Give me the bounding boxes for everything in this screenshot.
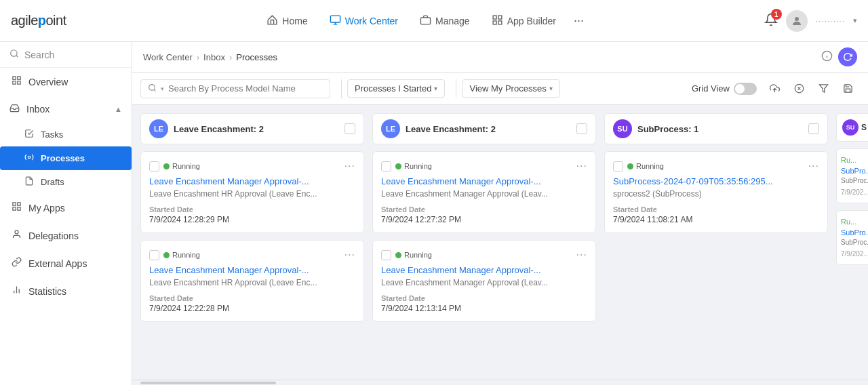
save-button[interactable]	[837, 78, 859, 100]
card-title-2-2[interactable]: Leave Encashment Manager Approval-...	[381, 265, 587, 275]
svg-point-32	[627, 163, 633, 169]
user-avatar[interactable]	[786, 10, 808, 32]
sidebar-item-overview[interactable]: Overview	[0, 68, 132, 96]
upload-button[interactable]	[764, 78, 785, 100]
card-date-value-2-1: 7/9/2024 12:27:32 PM	[381, 215, 587, 224]
user-menu-chevron[interactable]: ▾	[853, 16, 857, 25]
card-title-4-1[interactable]: SubPro...	[841, 167, 868, 175]
process-column-3: SU SubProcess: 1 Running ···	[604, 113, 828, 371]
card-more-1-2[interactable]: ···	[344, 249, 355, 261]
nav-home-label: Home	[282, 16, 307, 26]
card-title-1-2[interactable]: Leave Encashment Manager Approval-...	[149, 265, 355, 275]
card-date-label-2-2: Started Date	[381, 294, 587, 302]
toolbar: ▾ Processes I Started ▾ View My Processe…	[132, 73, 868, 105]
card-date-4-1: 7/9/202...	[841, 188, 868, 196]
card-status-2-1: Running	[395, 162, 432, 170]
divider-1	[341, 79, 342, 98]
nav-workcenter[interactable]: Work Center	[320, 10, 408, 32]
card-date-value-1-2: 7/9/2024 12:22:28 PM	[149, 304, 355, 313]
group-checkbox-3[interactable]	[808, 123, 819, 134]
process-card-4-1: Ru... SubPro... SubProc... 7/9/202...	[836, 148, 868, 203]
info-icon[interactable]	[821, 50, 833, 64]
card-date-value-3-1: 7/9/2024 11:08:21 AM	[613, 215, 819, 224]
card-title-1-1[interactable]: Leave Encashment Manager Approval-...	[149, 176, 355, 186]
card-more-2-2[interactable]: ···	[576, 249, 587, 261]
process-search-box[interactable]: ▾	[140, 79, 330, 98]
sidebar-item-inbox[interactable]: Inbox ▲	[0, 96, 132, 123]
sidebar-item-processes[interactable]: Processes	[0, 146, 132, 170]
group-checkbox-1[interactable]	[344, 123, 355, 134]
svg-point-28	[163, 163, 170, 169]
top-navigation: agilepoint Home Work Center Manage App	[0, 0, 868, 42]
card-checkbox-3-1[interactable]	[613, 161, 623, 171]
nav-manage[interactable]: Manage	[410, 10, 479, 32]
clear-button[interactable]	[788, 78, 810, 100]
breadcrumb-workcenter[interactable]: Work Center	[143, 52, 193, 62]
filter-button[interactable]	[812, 78, 834, 100]
sidebar-item-drafts[interactable]: Drafts	[0, 170, 132, 194]
card-date-value-2-2: 7/9/2024 12:13:14 PM	[381, 304, 587, 313]
view-my-processes-caret: ▾	[549, 85, 553, 92]
view-my-processes-filter[interactable]: View My Processes ▾	[462, 79, 559, 98]
group-header-2: LE Leave Encashment: 2	[372, 113, 596, 144]
card-sub-3-1: sprocess2 (SubProcess)	[613, 189, 819, 199]
card-more-1-1[interactable]: ···	[344, 160, 355, 172]
nav-appbuilder[interactable]: App Builder	[482, 10, 566, 32]
card-checkbox-1-1[interactable]	[149, 161, 159, 171]
svg-rect-2	[493, 16, 496, 19]
scrollbar-thumb[interactable]	[140, 382, 276, 384]
sidebar-item-myapps[interactable]: My Apps	[0, 194, 132, 222]
nav-home[interactable]: Home	[257, 10, 317, 32]
card-status-1-2: Running	[163, 251, 200, 259]
group-badge-3: SU	[613, 119, 632, 138]
view-my-processes-label: View My Processes	[469, 83, 546, 94]
svg-point-30	[395, 163, 401, 169]
card-checkbox-1-2[interactable]	[149, 250, 159, 260]
scrollbar-area[interactable]	[132, 380, 868, 385]
sidebar-item-tasks[interactable]: Tasks	[0, 123, 132, 146]
breadcrumb-inbox[interactable]: Inbox	[203, 52, 225, 62]
group-checkbox-2[interactable]	[576, 123, 587, 134]
card-checkbox-2-1[interactable]	[381, 161, 391, 171]
sidebar-item-externalapps[interactable]: External Apps	[0, 249, 132, 277]
grid-view-toggle-wrap: Grid View	[692, 83, 757, 95]
sidebar-item-statistics-label: Statistics	[28, 286, 66, 297]
notification-count: 1	[771, 9, 782, 20]
svg-rect-10	[13, 81, 16, 84]
card-checkbox-2-2[interactable]	[381, 250, 391, 260]
card-title-3-1[interactable]: SubProcess-2024-07-09T05:35:56:295...	[613, 176, 819, 186]
processes-started-filter[interactable]: Processes I Started ▾	[347, 79, 445, 98]
refresh-button[interactable]	[838, 47, 857, 66]
nav-more-button[interactable]: ···	[568, 11, 589, 31]
group-name-1: Leave Encashment: 2	[174, 124, 339, 134]
svg-rect-5	[498, 20, 502, 24]
search-input[interactable]	[168, 83, 317, 94]
logo[interactable]: agilepoint	[11, 13, 66, 28]
svg-rect-9	[18, 77, 20, 79]
sidebar-item-externalapps-label: External Apps	[28, 258, 87, 269]
inbox-collapse-icon: ▲	[115, 105, 122, 113]
sidebar-search[interactable]: Search	[0, 42, 132, 68]
card-title-4-2[interactable]: SubPro...	[841, 228, 868, 237]
card-more-2-1[interactable]: ···	[576, 160, 587, 172]
svg-point-22	[149, 84, 155, 90]
group-header-4-partial: SU Sub...	[836, 113, 868, 142]
sidebar: Search Overview Inbox ▲ Tasks Proc	[0, 42, 132, 385]
card-title-2-1[interactable]: Leave Encashment Manager Approval-...	[381, 176, 587, 186]
briefcase-icon	[420, 14, 431, 28]
sidebar-item-delegations[interactable]: Delegations	[0, 222, 132, 249]
svg-point-12	[28, 156, 31, 159]
grid-view-toggle[interactable]	[734, 83, 757, 95]
search-box-icon	[148, 83, 157, 94]
sidebar-item-myapps-label: My Apps	[28, 203, 65, 214]
group-badge-1: LE	[149, 119, 168, 138]
svg-point-6	[795, 17, 799, 21]
sidebar-item-statistics[interactable]: Statistics	[0, 277, 132, 305]
breadcrumb-processes: Processes	[236, 52, 277, 62]
search-dropdown-arrow[interactable]: ▾	[161, 85, 164, 92]
nav-right: 1 ·········· ▾	[764, 10, 857, 32]
notification-bell[interactable]: 1	[764, 13, 778, 28]
nav-workcenter-label: Work Center	[345, 16, 398, 26]
card-more-3-1[interactable]: ···	[808, 160, 819, 172]
svg-rect-13	[13, 203, 16, 205]
